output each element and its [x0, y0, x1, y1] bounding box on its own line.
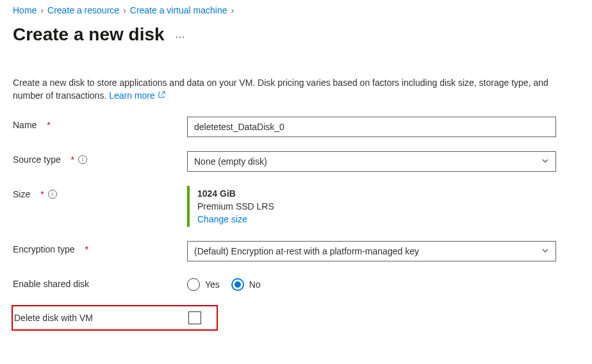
delete-disk-highlight: Delete disk with VM	[12, 305, 218, 331]
learn-more-link[interactable]: Learn more	[109, 90, 165, 101]
chevron-right-icon: ›	[40, 5, 44, 15]
encryption-type-select[interactable]: (Default) Encryption at-rest with a plat…	[187, 241, 556, 261]
name-label: Name *	[13, 117, 187, 130]
name-input[interactable]	[187, 117, 556, 137]
breadcrumb: Home › Create a resource › Create a virt…	[13, 5, 579, 15]
chevron-down-icon	[541, 246, 549, 256]
chevron-right-icon: ›	[123, 5, 126, 15]
external-link-icon	[158, 90, 165, 103]
change-size-link[interactable]: Change size	[197, 214, 247, 224]
size-label: Size * i	[13, 186, 187, 199]
breadcrumb-create-resource[interactable]: Create a resource	[47, 5, 119, 15]
delete-disk-label: Delete disk with VM	[14, 313, 188, 323]
shared-disk-label: Enable shared disk	[13, 276, 187, 289]
info-icon[interactable]: i	[48, 190, 57, 199]
more-actions-button[interactable]: ⋯	[175, 31, 186, 43]
source-type-select[interactable]: None (empty disk)	[187, 151, 556, 172]
breadcrumb-home[interactable]: Home	[13, 5, 37, 15]
delete-disk-checkbox[interactable]	[188, 311, 201, 324]
info-icon[interactable]: i	[78, 155, 87, 164]
chevron-right-icon: ›	[231, 5, 234, 15]
shared-disk-yes-radio[interactable]: Yes	[187, 278, 220, 291]
size-display: 1024 GiB Premium SSD LRS Change size	[187, 186, 556, 227]
page-title: Create a new disk	[13, 24, 165, 45]
encryption-label: Encryption type *	[13, 241, 187, 254]
page-description: Create a new disk to store applications …	[13, 77, 551, 103]
chevron-down-icon	[541, 156, 549, 167]
breadcrumb-create-vm[interactable]: Create a virtual machine	[130, 5, 227, 15]
shared-disk-no-radio[interactable]: No	[231, 278, 261, 291]
source-type-label: Source type * i	[13, 151, 187, 165]
